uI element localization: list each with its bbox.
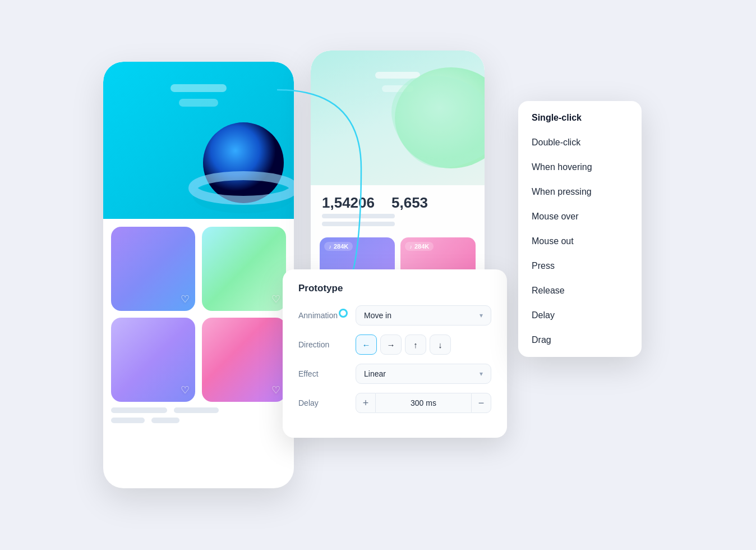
delay-value: 300 ms [376,393,471,413]
stat-bar-2 [322,222,395,226]
dropdown-item-double-click[interactable]: Double-click [518,130,642,155]
phone-left-header [103,62,294,219]
stat-number-1: 1,54206 [322,194,375,212]
dropdown-menu: Single-click Double-click When hovering … [518,101,642,357]
prototype-title: Prototype [298,283,491,294]
grid-card-3[interactable]: ♡ [111,318,195,402]
animation-value: Move in [364,311,391,320]
phone-left-grid: ♡ ♡ ♡ ♡ [103,219,294,402]
stat-number-2: 5,653 [391,194,428,212]
delay-minus-btn[interactable]: + [356,393,376,413]
connection-dot [339,309,348,318]
dir-down-btn[interactable]: ↓ [430,334,451,355]
phone-right-header [311,51,485,185]
label-bar-d [151,418,179,423]
effect-select[interactable]: Linear ▾ [356,364,491,384]
label-bar-a [111,407,167,413]
badge-label-2: 284K [414,243,429,250]
chevron-down-icon: ▾ [480,311,483,319]
dropdown-item-when-pressing[interactable]: When pressing [518,180,642,204]
prototype-panel: Prototype Annimation Move in ▾ Direction… [283,269,507,438]
direction-label: Direction [298,340,349,349]
main-scene: ♡ ♡ ♡ ♡ [70,28,686,522]
animation-select[interactable]: Move in ▾ [356,305,491,326]
effect-row: Effect Linear ▾ [298,364,491,384]
delay-row: Delay + 300 ms − [298,393,491,413]
dropdown-item-single-click[interactable]: Single-click [518,106,642,130]
grid-card-4[interactable]: ♡ [202,318,286,402]
grid-card-2[interactable]: ♡ [202,227,286,311]
badge-pink: ♪ 284K [405,242,434,251]
chevron-down-icon-2: ▾ [480,370,483,378]
music-icon-2: ♪ [409,244,412,250]
direction-group: ← → ↑ ↓ [356,334,491,355]
label-bar-c [111,418,145,423]
grid-card-1[interactable]: ♡ [111,227,195,311]
effect-label: Effect [298,369,349,378]
badge-label-1: 284K [334,243,348,250]
heart-icon-4[interactable]: ♡ [271,384,280,396]
heart-icon-1[interactable]: ♡ [181,293,190,305]
dropdown-item-press[interactable]: Press [518,254,642,278]
label-bar-b [174,407,219,413]
svg-point-2 [203,122,284,203]
delay-plus-btn[interactable]: − [471,393,491,413]
delay-label: Delay [298,398,349,407]
phone-right-stats: 1,54206 5,653 [311,185,485,226]
stat-bar-1 [322,214,395,218]
direction-row: Direction ← → ↑ ↓ [298,334,491,355]
dropdown-item-mouse-over[interactable]: Mouse over [518,204,642,229]
music-icon-1: ♪ [329,244,331,250]
delay-group: + 300 ms − [356,393,491,413]
header-bar-1 [170,84,227,92]
dropdown-item-mouse-out[interactable]: Mouse out [518,229,642,254]
phone-labels [103,402,294,423]
dropdown-item-drag[interactable]: Drag [518,328,642,352]
dir-right-btn[interactable]: → [380,334,402,355]
dropdown-item-when-hovering[interactable]: When hovering [518,155,642,180]
dropdown-item-delay[interactable]: Delay [518,303,642,328]
dir-left-btn[interactable]: ← [356,334,377,355]
phone-left: ♡ ♡ ♡ ♡ [103,62,294,488]
blob-left [182,101,294,219]
badge-purple: ♪ 284K [324,242,353,251]
effect-value: Linear [364,369,386,378]
blob-right [378,62,485,174]
dir-up-btn[interactable]: ↑ [405,334,426,355]
dropdown-item-release[interactable]: Release [518,278,642,303]
animation-row: Annimation Move in ▾ [298,305,491,326]
heart-icon-2[interactable]: ♡ [271,293,280,305]
heart-icon-3[interactable]: ♡ [181,384,190,396]
